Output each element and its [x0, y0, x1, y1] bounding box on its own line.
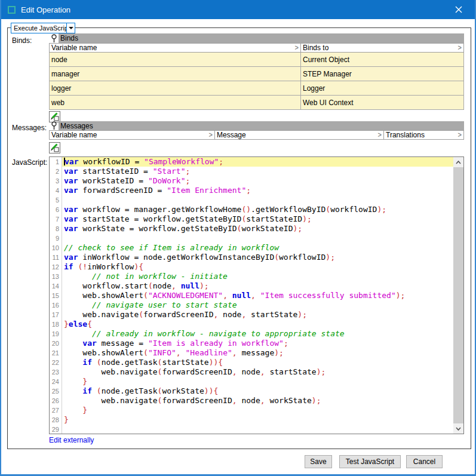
close-button[interactable]	[446, 0, 471, 19]
code-line[interactable]: 8var workState = workflow.getStateByID(w…	[50, 224, 453, 234]
code-text: var workStateID = "DoWork";	[62, 176, 453, 186]
code-line[interactable]: 16 // navigate user to start state	[50, 300, 453, 310]
code-text: }else{	[62, 320, 453, 329]
code-line[interactable]: 23 web.navigate(forwardScreenID, node, s…	[50, 367, 453, 377]
binds-column-binds-to[interactable]: Binds to >	[301, 43, 464, 53]
table-cell[interactable]: STEP Manager	[301, 67, 464, 81]
line-number: 16	[50, 300, 62, 310]
code-line[interactable]: 4var forwardScreenID = "Item Enrichment"…	[50, 186, 453, 195]
code-text: web.navigate(forwardScreenID, node, star…	[62, 310, 453, 320]
line-number: 18	[50, 320, 62, 329]
code-line[interactable]: 5	[50, 195, 453, 205]
operation-type-select[interactable]: Execute JavaScript	[11, 23, 75, 33]
select-dropdown-zone[interactable]	[66, 23, 75, 33]
code-line[interactable]: 14 workflow.start(node, null);	[50, 281, 453, 291]
code-line[interactable]: 29	[50, 425, 453, 434]
table-cell[interactable]: logger	[49, 81, 301, 96]
test-javascript-button[interactable]: Test JavaScript	[339, 455, 401, 468]
line-number: 8	[50, 224, 62, 234]
code-text: }	[62, 377, 453, 386]
line-number: 23	[50, 367, 62, 377]
code-text: workflow.start(node, null);	[62, 281, 453, 291]
app-icon	[8, 6, 16, 14]
code-line[interactable]: 20 var message = "Item is already in wor…	[50, 339, 453, 348]
line-number: 3	[50, 176, 62, 186]
table-cell[interactable]: web	[49, 96, 301, 110]
messages-column-variable-name[interactable]: Variable name >	[49, 130, 215, 140]
save-button[interactable]: Save	[305, 455, 332, 468]
chevron-up-icon	[456, 161, 461, 164]
vertical-scrollbar[interactable]	[453, 157, 463, 434]
pin-icon	[51, 121, 57, 130]
table-cell[interactable]: manager	[49, 67, 301, 81]
line-number: 29	[50, 425, 62, 434]
messages-column-message[interactable]: Message >	[215, 130, 384, 140]
table-cell[interactable]: node	[49, 53, 301, 67]
messages-column-translations[interactable]: Translations >	[384, 130, 464, 140]
code-line[interactable]: 15 web.showAlert("ACKNOWLEDGMENT", null,…	[50, 291, 453, 300]
code-line[interactable]: 12if (!inWorkflow){	[50, 262, 453, 272]
line-number: 26	[50, 396, 62, 406]
line-number: 19	[50, 329, 62, 339]
code-text: web.navigate(forwardScreenID, node, work…	[62, 396, 453, 406]
code-line[interactable]: 24 }	[50, 377, 453, 386]
edit-operation-dialog: Edit Operation Execute JavaScript Binds:…	[0, 0, 476, 476]
messages-edit-row-button[interactable]	[49, 142, 60, 153]
table-row: nodeCurrent Object	[49, 53, 464, 67]
code-text: }	[62, 415, 453, 425]
code-line[interactable]: 13 // not in workflow - initiate	[50, 272, 453, 281]
code-text: }	[62, 406, 453, 415]
line-number: 11	[50, 253, 62, 262]
javascript-code-editor[interactable]: 1var workflowID = "SampleWorkflow";2var …	[49, 156, 464, 434]
line-number: 28	[50, 415, 62, 425]
line-number: 10	[50, 243, 62, 253]
line-number: 20	[50, 339, 62, 348]
code-line[interactable]: 18}else{	[50, 320, 453, 329]
line-number: 17	[50, 310, 62, 320]
line-number: 4	[50, 186, 62, 195]
scroll-up-button[interactable]	[453, 157, 463, 167]
table-cell[interactable]: Current Object	[301, 53, 464, 67]
code-text: // not in workflow - initiate	[62, 272, 453, 281]
code-line[interactable]: 27 }	[50, 406, 453, 415]
table-cell[interactable]: Web UI Context	[301, 96, 464, 110]
code-text: if (node.getTask(startState)){	[62, 358, 453, 367]
messages-section-header: Messages	[59, 121, 464, 130]
chevron-down-icon	[69, 27, 73, 29]
code-line[interactable]: 10// check to see if Item is already in …	[50, 243, 453, 253]
code-line[interactable]: 22 if (node.getTask(startState)){	[50, 358, 453, 367]
code-line[interactable]: 28}	[50, 415, 453, 425]
messages-header-row: Variable name > Message > Translations >	[49, 130, 464, 140]
edit-externally-link[interactable]: Edit externally	[49, 436, 94, 444]
binds-column-variable-name[interactable]: Variable name >	[49, 43, 301, 53]
code-line[interactable]: 11var inWorkflow = node.getWorkflowInsta…	[50, 253, 453, 262]
chevron-right-icon: >	[378, 131, 382, 139]
code-line[interactable]: 9	[50, 234, 453, 243]
code-text: // navigate user to start state	[62, 300, 453, 310]
code-line[interactable]: 17 web.navigate(forwardScreenID, node, s…	[50, 310, 453, 320]
code-line[interactable]: 25 if (node.getTask(workState)){	[50, 386, 453, 396]
scrollbar-thumb[interactable]	[453, 167, 463, 423]
code-line[interactable]: 3var workStateID = "DoWork";	[50, 176, 453, 186]
line-number: 12	[50, 262, 62, 272]
code-line[interactable]: 1var workflowID = "SampleWorkflow";	[50, 157, 453, 167]
line-number: 2	[50, 167, 62, 176]
table-cell[interactable]: Logger	[301, 81, 464, 96]
table-row: loggerLogger	[49, 81, 464, 96]
code-line[interactable]: 26 web.navigate(forwardScreenID, node, w…	[50, 396, 453, 406]
binds-header-row: Variable name > Binds to >	[49, 43, 464, 53]
code-line[interactable]: 19 // already in workflow - navigate to …	[50, 329, 453, 339]
cancel-button[interactable]: Cancel	[406, 455, 443, 468]
code-line[interactable]: 7var startState = workflow.getStateByID(…	[50, 214, 453, 224]
code-line[interactable]: 6var workflow = manager.getWorkflowHome(…	[50, 205, 453, 214]
code-text: var workState = workflow.getStateByID(wo…	[62, 224, 453, 234]
scroll-down-button[interactable]	[453, 423, 463, 434]
chevron-right-icon: >	[295, 44, 299, 51]
code-line[interactable]: 21 web.showAlert("INFO", "Headline", mes…	[50, 348, 453, 358]
binds-table: Variable name > Binds to > nodeCurrent O…	[49, 43, 464, 110]
chevron-right-icon: >	[458, 44, 462, 51]
code-pane[interactable]: 1var workflowID = "SampleWorkflow";2var …	[50, 157, 453, 434]
table-row: webWeb UI Context	[49, 96, 464, 110]
code-text: if (!inWorkflow){	[62, 262, 453, 272]
code-line[interactable]: 2var startStateID = "Start";	[50, 167, 453, 176]
